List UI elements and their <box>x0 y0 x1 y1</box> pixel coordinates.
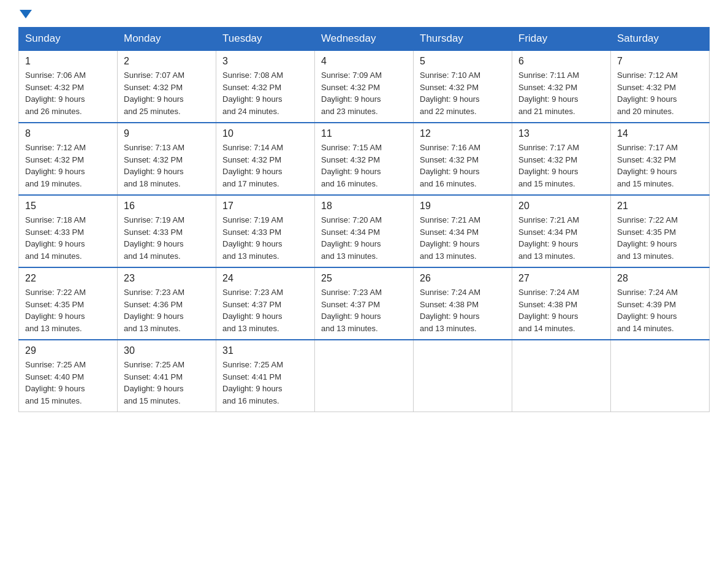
calendar-header-row: SundayMondayTuesdayWednesdayThursdayFrid… <box>19 28 710 51</box>
day-number: 9 <box>124 128 210 139</box>
day-header-thursday: Thursday <box>414 28 512 51</box>
calendar-cell: 28 Sunrise: 7:24 AM Sunset: 4:39 PM Dayl… <box>611 267 710 340</box>
day-info: Sunrise: 7:08 AM Sunset: 4:32 PM Dayligh… <box>222 69 308 117</box>
day-number: 12 <box>420 128 506 139</box>
calendar-cell: 30 Sunrise: 7:25 AM Sunset: 4:41 PM Dayl… <box>118 340 216 412</box>
calendar-cell: 17 Sunrise: 7:19 AM Sunset: 4:33 PM Dayl… <box>216 195 315 267</box>
logo <box>18 12 32 21</box>
calendar-cell <box>512 340 611 412</box>
day-number: 14 <box>617 128 703 139</box>
day-info: Sunrise: 7:12 AM Sunset: 4:32 PM Dayligh… <box>617 69 703 117</box>
calendar-cell: 14 Sunrise: 7:17 AM Sunset: 4:32 PM Dayl… <box>611 123 710 195</box>
day-info: Sunrise: 7:25 AM Sunset: 4:41 PM Dayligh… <box>222 359 308 407</box>
day-info: Sunrise: 7:16 AM Sunset: 4:32 PM Dayligh… <box>420 142 506 190</box>
day-number: 22 <box>25 273 111 284</box>
day-header-friday: Friday <box>512 28 611 51</box>
day-info: Sunrise: 7:20 AM Sunset: 4:34 PM Dayligh… <box>321 214 407 262</box>
calendar-cell: 29 Sunrise: 7:25 AM Sunset: 4:40 PM Dayl… <box>19 340 118 412</box>
day-info: Sunrise: 7:21 AM Sunset: 4:34 PM Dayligh… <box>518 214 604 262</box>
page-header <box>18 12 710 21</box>
day-number: 6 <box>518 56 604 67</box>
day-number: 5 <box>420 56 506 67</box>
calendar-cell: 24 Sunrise: 7:23 AM Sunset: 4:37 PM Dayl… <box>216 267 315 340</box>
day-info: Sunrise: 7:24 AM Sunset: 4:38 PM Dayligh… <box>420 286 506 334</box>
calendar-cell: 6 Sunrise: 7:11 AM Sunset: 4:32 PM Dayli… <box>512 50 611 123</box>
day-number: 20 <box>518 201 604 212</box>
day-number: 10 <box>222 128 308 139</box>
calendar-cell: 16 Sunrise: 7:19 AM Sunset: 4:33 PM Dayl… <box>118 195 216 267</box>
day-info: Sunrise: 7:21 AM Sunset: 4:34 PM Dayligh… <box>420 214 506 262</box>
calendar-cell: 9 Sunrise: 7:13 AM Sunset: 4:32 PM Dayli… <box>118 123 216 195</box>
day-number: 25 <box>321 273 407 284</box>
calendar-cell: 18 Sunrise: 7:20 AM Sunset: 4:34 PM Dayl… <box>315 195 414 267</box>
calendar-cell: 13 Sunrise: 7:17 AM Sunset: 4:32 PM Dayl… <box>512 123 611 195</box>
day-info: Sunrise: 7:17 AM Sunset: 4:32 PM Dayligh… <box>617 142 703 190</box>
day-info: Sunrise: 7:22 AM Sunset: 4:35 PM Dayligh… <box>25 286 111 334</box>
calendar-cell: 11 Sunrise: 7:15 AM Sunset: 4:32 PM Dayl… <box>315 123 414 195</box>
day-info: Sunrise: 7:24 AM Sunset: 4:38 PM Dayligh… <box>518 286 604 334</box>
day-info: Sunrise: 7:24 AM Sunset: 4:39 PM Dayligh… <box>617 286 703 334</box>
calendar-cell <box>611 340 710 412</box>
day-info: Sunrise: 7:22 AM Sunset: 4:35 PM Dayligh… <box>617 214 703 262</box>
calendar-cell <box>414 340 512 412</box>
calendar-cell: 12 Sunrise: 7:16 AM Sunset: 4:32 PM Dayl… <box>414 123 512 195</box>
day-header-saturday: Saturday <box>611 28 710 51</box>
day-number: 27 <box>518 273 604 284</box>
day-info: Sunrise: 7:07 AM Sunset: 4:32 PM Dayligh… <box>124 69 210 117</box>
day-info: Sunrise: 7:19 AM Sunset: 4:33 PM Dayligh… <box>124 214 210 262</box>
day-number: 15 <box>25 201 111 212</box>
calendar-cell <box>315 340 414 412</box>
day-info: Sunrise: 7:23 AM Sunset: 4:36 PM Dayligh… <box>124 286 210 334</box>
day-header-monday: Monday <box>118 28 216 51</box>
calendar-cell: 7 Sunrise: 7:12 AM Sunset: 4:32 PM Dayli… <box>611 50 710 123</box>
day-number: 16 <box>124 201 210 212</box>
day-number: 13 <box>518 128 604 139</box>
day-info: Sunrise: 7:13 AM Sunset: 4:32 PM Dayligh… <box>124 142 210 190</box>
calendar-cell: 23 Sunrise: 7:23 AM Sunset: 4:36 PM Dayl… <box>118 267 216 340</box>
day-info: Sunrise: 7:12 AM Sunset: 4:32 PM Dayligh… <box>25 142 111 190</box>
calendar-cell: 5 Sunrise: 7:10 AM Sunset: 4:32 PM Dayli… <box>414 50 512 123</box>
calendar-table: SundayMondayTuesdayWednesdayThursdayFrid… <box>18 27 710 412</box>
day-number: 3 <box>222 56 308 67</box>
calendar-cell: 8 Sunrise: 7:12 AM Sunset: 4:32 PM Dayli… <box>19 123 118 195</box>
day-info: Sunrise: 7:10 AM Sunset: 4:32 PM Dayligh… <box>420 69 506 117</box>
day-info: Sunrise: 7:25 AM Sunset: 4:41 PM Dayligh… <box>124 359 210 407</box>
day-header-sunday: Sunday <box>19 28 118 51</box>
day-number: 1 <box>25 56 111 67</box>
day-info: Sunrise: 7:11 AM Sunset: 4:32 PM Dayligh… <box>518 69 604 117</box>
day-info: Sunrise: 7:25 AM Sunset: 4:40 PM Dayligh… <box>25 359 111 407</box>
day-number: 7 <box>617 56 703 67</box>
calendar-week-row: 29 Sunrise: 7:25 AM Sunset: 4:40 PM Dayl… <box>19 340 710 412</box>
day-info: Sunrise: 7:23 AM Sunset: 4:37 PM Dayligh… <box>222 286 308 334</box>
calendar-week-row: 8 Sunrise: 7:12 AM Sunset: 4:32 PM Dayli… <box>19 123 710 195</box>
day-number: 21 <box>617 201 703 212</box>
day-number: 8 <box>25 128 111 139</box>
day-header-wednesday: Wednesday <box>315 28 414 51</box>
calendar-cell: 26 Sunrise: 7:24 AM Sunset: 4:38 PM Dayl… <box>414 267 512 340</box>
day-number: 29 <box>25 345 111 356</box>
calendar-week-row: 15 Sunrise: 7:18 AM Sunset: 4:33 PM Dayl… <box>19 195 710 267</box>
day-number: 19 <box>420 201 506 212</box>
day-info: Sunrise: 7:15 AM Sunset: 4:32 PM Dayligh… <box>321 142 407 190</box>
day-info: Sunrise: 7:19 AM Sunset: 4:33 PM Dayligh… <box>222 214 308 262</box>
calendar-cell: 19 Sunrise: 7:21 AM Sunset: 4:34 PM Dayl… <box>414 195 512 267</box>
day-number: 17 <box>222 201 308 212</box>
calendar-week-row: 1 Sunrise: 7:06 AM Sunset: 4:32 PM Dayli… <box>19 50 710 123</box>
logo-triangle-icon <box>20 10 32 18</box>
calendar-cell: 3 Sunrise: 7:08 AM Sunset: 4:32 PM Dayli… <box>216 50 315 123</box>
calendar-cell: 4 Sunrise: 7:09 AM Sunset: 4:32 PM Dayli… <box>315 50 414 123</box>
day-number: 26 <box>420 273 506 284</box>
day-number: 4 <box>321 56 407 67</box>
calendar-cell: 1 Sunrise: 7:06 AM Sunset: 4:32 PM Dayli… <box>19 50 118 123</box>
day-info: Sunrise: 7:23 AM Sunset: 4:37 PM Dayligh… <box>321 286 407 334</box>
calendar-cell: 27 Sunrise: 7:24 AM Sunset: 4:38 PM Dayl… <box>512 267 611 340</box>
calendar-cell: 15 Sunrise: 7:18 AM Sunset: 4:33 PM Dayl… <box>19 195 118 267</box>
calendar-cell: 21 Sunrise: 7:22 AM Sunset: 4:35 PM Dayl… <box>611 195 710 267</box>
day-number: 18 <box>321 201 407 212</box>
calendar-cell: 10 Sunrise: 7:14 AM Sunset: 4:32 PM Dayl… <box>216 123 315 195</box>
calendar-week-row: 22 Sunrise: 7:22 AM Sunset: 4:35 PM Dayl… <box>19 267 710 340</box>
calendar-cell: 25 Sunrise: 7:23 AM Sunset: 4:37 PM Dayl… <box>315 267 414 340</box>
day-number: 11 <box>321 128 407 139</box>
day-header-tuesday: Tuesday <box>216 28 315 51</box>
day-info: Sunrise: 7:09 AM Sunset: 4:32 PM Dayligh… <box>321 69 407 117</box>
